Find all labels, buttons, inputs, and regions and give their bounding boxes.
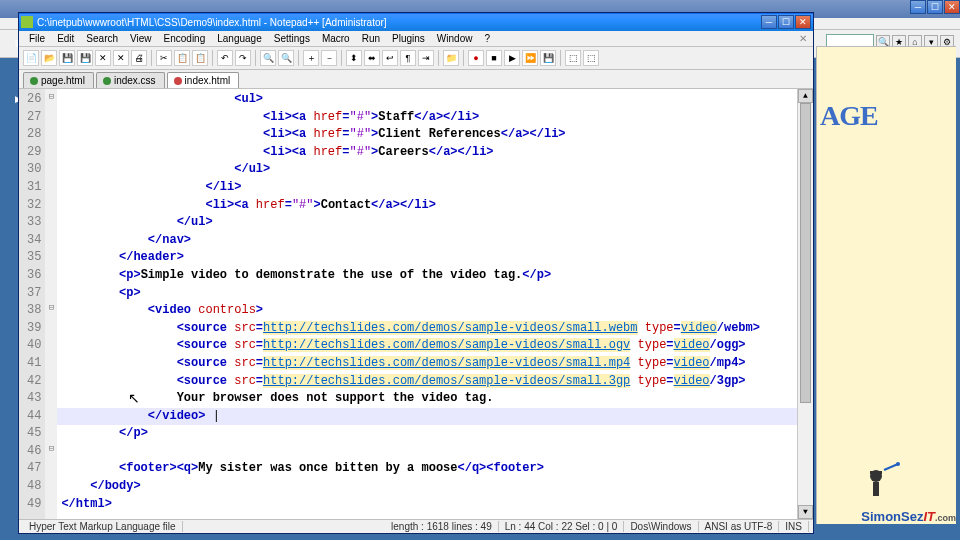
find-icon[interactable]: 🔍 <box>260 50 276 66</box>
plugin2-icon[interactable]: ⬚ <box>583 50 599 66</box>
statusbar: Hyper Text Markup Language file length :… <box>19 519 813 533</box>
scrollbar-thumb[interactable] <box>800 103 811 403</box>
code-editor[interactable]: 2627282930313233343536373839404142434445… <box>19 89 813 519</box>
close-button[interactable]: ✕ <box>795 15 811 29</box>
save-icon[interactable]: 💾 <box>59 50 75 66</box>
redo-icon[interactable]: ↷ <box>235 50 251 66</box>
line-number-gutter: 2627282930313233343536373839404142434445… <box>19 89 45 519</box>
close-all-icon[interactable]: ✕ <box>113 50 129 66</box>
tab-status-icon <box>30 77 38 85</box>
tab-close-all-icon[interactable]: ✕ <box>799 33 810 44</box>
new-file-icon[interactable]: 📄 <box>23 50 39 66</box>
npp-titlebar[interactable]: C:\inetpub\wwwroot\HTML\CSS\Demo9\index.… <box>19 13 813 31</box>
paste-icon[interactable]: 📋 <box>192 50 208 66</box>
copy-icon[interactable]: 📋 <box>174 50 190 66</box>
svg-rect-2 <box>873 482 879 496</box>
tab-index-css[interactable]: index.css <box>96 72 165 88</box>
menubar: FileEditSearchViewEncodingLanguageSettin… <box>19 31 813 47</box>
play-icon[interactable]: ▶ <box>504 50 520 66</box>
bg-close-button[interactable]: ✕ <box>944 0 960 14</box>
folder-icon[interactable]: 📁 <box>443 50 459 66</box>
svg-rect-1 <box>870 471 882 474</box>
showchar-icon[interactable]: ¶ <box>400 50 416 66</box>
menu-encoding[interactable]: Encoding <box>158 32 212 45</box>
zoom-out-icon[interactable]: － <box>321 50 337 66</box>
replace-icon[interactable]: 🔍 <box>278 50 294 66</box>
close-file-icon[interactable]: ✕ <box>95 50 111 66</box>
menu-language[interactable]: Language <box>211 32 268 45</box>
tab-label: page.html <box>41 75 85 86</box>
menu-edit[interactable]: Edit <box>51 32 80 45</box>
menu-settings[interactable]: Settings <box>268 32 316 45</box>
tab-index-html[interactable]: index.html <box>167 72 240 88</box>
menu-window[interactable]: Window <box>431 32 479 45</box>
save-all-icon[interactable]: 💾 <box>77 50 93 66</box>
scroll-down-icon[interactable]: ▼ <box>798 505 813 519</box>
vertical-scrollbar[interactable]: ▲ ▼ <box>797 89 813 519</box>
menu-?[interactable]: ? <box>478 32 496 45</box>
minimize-button[interactable]: ─ <box>761 15 777 29</box>
tab-status-icon <box>103 77 111 85</box>
tab-label: index.html <box>185 75 231 86</box>
menu-view[interactable]: View <box>124 32 158 45</box>
stop-icon[interactable]: ■ <box>486 50 502 66</box>
svg-line-3 <box>884 464 898 470</box>
sync-v-icon[interactable]: ⬍ <box>346 50 362 66</box>
menu-run[interactable]: Run <box>356 32 386 45</box>
page-logo-fragment: AGE <box>820 100 878 132</box>
scroll-up-icon[interactable]: ▲ <box>798 89 813 103</box>
tabbar: page.htmlindex.cssindex.html <box>19 70 813 89</box>
npp-app-icon <box>21 16 33 28</box>
menu-macro[interactable]: Macro <box>316 32 356 45</box>
code-area[interactable]: <ul> <li><a href="#">Staff</a></li> <li>… <box>57 89 797 519</box>
bg-minimize-button[interactable]: ─ <box>910 0 926 14</box>
npp-title: C:\inetpub\wwwroot\HTML\CSS\Demo9\index.… <box>37 17 761 28</box>
status-insert-mode: INS <box>779 521 809 532</box>
status-position: Ln : 44 Col : 22 Sel : 0 | 0 <box>499 521 625 532</box>
save-macro-icon[interactable]: 💾 <box>540 50 556 66</box>
maximize-button[interactable]: ☐ <box>778 15 794 29</box>
tab-status-icon <box>174 77 182 85</box>
wrap-icon[interactable]: ↩ <box>382 50 398 66</box>
plugin1-icon[interactable]: ⬚ <box>565 50 581 66</box>
watermark: SimonSezIT.com <box>854 468 958 524</box>
print-icon[interactable]: 🖨 <box>131 50 147 66</box>
fold-gutter[interactable]: ⊟⊟⊟ <box>45 89 57 519</box>
cut-icon[interactable]: ✂ <box>156 50 172 66</box>
bg-maximize-button[interactable]: ☐ <box>927 0 943 14</box>
menu-file[interactable]: File <box>23 32 51 45</box>
svg-point-4 <box>896 462 900 466</box>
status-filetype: Hyper Text Markup Language file <box>23 521 183 532</box>
status-length: length : 1618 lines : 49 <box>385 521 499 532</box>
notepadpp-window: C:\inetpub\wwwroot\HTML\CSS\Demo9\index.… <box>18 12 814 534</box>
menu-search[interactable]: Search <box>80 32 124 45</box>
indent-icon[interactable]: ⇥ <box>418 50 434 66</box>
mouse-cursor-icon: ↖ <box>128 390 140 406</box>
open-file-icon[interactable]: 📂 <box>41 50 57 66</box>
toolbar: 📄 📂 💾 💾 ✕ ✕ 🖨 ✂ 📋 📋 ↶ ↷ 🔍 🔍 ＋ － ⬍ ⬌ ↩ ¶ … <box>19 47 813 70</box>
status-encoding: ANSI as UTF-8 <box>699 521 780 532</box>
play-multi-icon[interactable]: ⏩ <box>522 50 538 66</box>
sync-h-icon[interactable]: ⬌ <box>364 50 380 66</box>
tab-page-html[interactable]: page.html <box>23 72 94 88</box>
undo-icon[interactable]: ↶ <box>217 50 233 66</box>
status-eol: Dos\Windows <box>624 521 698 532</box>
zoom-in-icon[interactable]: ＋ <box>303 50 319 66</box>
tab-label: index.css <box>114 75 156 86</box>
record-icon[interactable]: ● <box>468 50 484 66</box>
menu-plugins[interactable]: Plugins <box>386 32 431 45</box>
